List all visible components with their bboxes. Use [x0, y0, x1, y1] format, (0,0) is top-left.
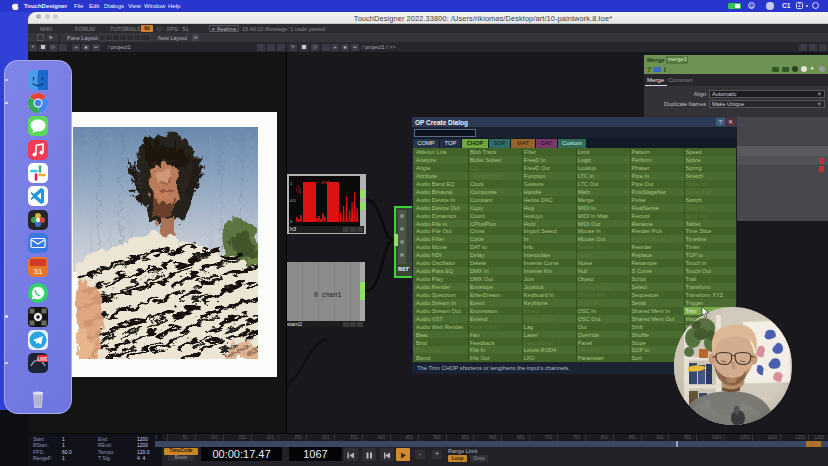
- svg-text:31: 31: [34, 267, 43, 276]
- svg-text:LIVE: LIVE: [37, 357, 47, 362]
- svg-text:0: 0: [290, 219, 293, 224]
- svg-text:1: 1: [290, 181, 293, 186]
- svg-text:0.5: 0.5: [290, 198, 296, 203]
